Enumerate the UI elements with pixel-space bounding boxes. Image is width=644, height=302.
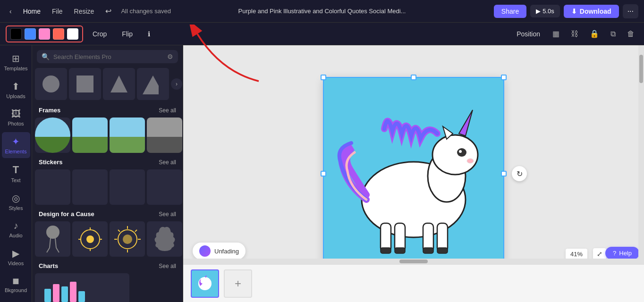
filter-icon[interactable]: ⚙	[167, 53, 173, 60]
color-swatch-blue[interactable]	[25, 28, 36, 40]
chart-thumb-1[interactable]	[35, 273, 129, 302]
animation-badge[interactable]: Unfading	[193, 243, 246, 260]
stickers-see-all[interactable]: See all	[159, 159, 176, 166]
sidebar-item-background[interactable]: ◼ Bkground	[2, 272, 30, 297]
photos-icon: 🖼	[11, 109, 21, 119]
design-cause-thumb-3[interactable]	[110, 221, 145, 257]
download-label: Download	[580, 8, 611, 15]
frame-thumb-1[interactable]	[35, 117, 70, 153]
animation-label: Unfading	[214, 248, 239, 255]
svg-rect-24	[53, 284, 59, 302]
elements-icon: ✦	[12, 136, 20, 147]
svg-point-41	[459, 150, 462, 153]
horizontal-scrollbar-thumb[interactable]	[399, 260, 428, 263]
svg-rect-29	[381, 223, 391, 252]
svg-rect-1	[76, 76, 93, 92]
link-button[interactable]: ⛓	[567, 28, 582, 40]
grid-icon: ▦	[552, 30, 559, 38]
charts-see-all[interactable]: See all	[159, 263, 176, 269]
stickers-section-header: Stickers See all	[32, 154, 183, 168]
play-icon: ▶	[536, 8, 541, 15]
handle-top-right[interactable]	[501, 75, 507, 80]
sidebar-item-videos[interactable]: ▶ Videos	[2, 244, 30, 270]
shape-partial-thumb[interactable]	[137, 68, 169, 100]
design-cause-thumb-2[interactable]	[72, 221, 108, 257]
handle-top-middle[interactable]	[411, 75, 416, 80]
sidebar-item-styles[interactable]: ◎ Styles	[2, 189, 30, 215]
stickers-row: ›	[32, 168, 183, 206]
videos-icon: ▶	[12, 248, 19, 259]
top-navigation: ‹ Home File Resize ↩ All changes saved P…	[0, 0, 644, 23]
svg-line-7	[47, 248, 50, 252]
shape-triangle-thumb[interactable]	[103, 68, 135, 100]
undo-button[interactable]: ↩	[102, 5, 115, 17]
sidebar-item-text[interactable]: T Text	[2, 160, 30, 187]
grid-button[interactable]: ▦	[549, 27, 563, 40]
lock-icon: 🔒	[590, 30, 599, 38]
sticker-thumb-1[interactable]	[35, 169, 70, 205]
zoom-level[interactable]: 41%	[566, 249, 587, 260]
position-button[interactable]: Position	[512, 28, 545, 40]
handle-right-middle[interactable]	[501, 171, 507, 176]
sidebar-item-photos[interactable]: 🖼 Photos	[2, 105, 30, 130]
add-page-button[interactable]: +	[224, 269, 252, 298]
svg-line-6	[55, 238, 56, 248]
color-swatch-pink[interactable]	[39, 28, 50, 40]
search-input[interactable]	[53, 53, 163, 60]
more-options-button[interactable]: ···	[623, 4, 638, 18]
color-swatch-red[interactable]	[53, 28, 64, 40]
background-icon: ◼	[12, 276, 19, 286]
sidebar-item-elements[interactable]: ✦ Elements	[2, 132, 30, 158]
design-cause-thumb-1[interactable]	[35, 221, 70, 257]
design-cause-see-all[interactable]: See all	[159, 211, 176, 218]
duplicate-button[interactable]: ⧉	[607, 28, 619, 40]
sidebar-item-audio[interactable]: ♪ Audio	[2, 217, 30, 242]
audio-icon: ♪	[14, 220, 18, 231]
sticker-thumb-3[interactable]	[110, 169, 145, 205]
download-button[interactable]: ⬇ Download	[564, 5, 619, 18]
file-button[interactable]: File	[48, 6, 67, 17]
styles-icon: ◎	[12, 193, 20, 204]
frame-thumb-4[interactable]	[147, 117, 182, 153]
sidebar-item-templates[interactable]: ⊞ Templates	[2, 49, 30, 75]
design-cause-thumb-4[interactable]	[147, 221, 182, 257]
frame-thumb-3[interactable]	[110, 117, 145, 153]
resize-button[interactable]: Resize	[70, 6, 98, 17]
preview-button[interactable]: ▶ 5.0s	[530, 5, 560, 17]
canvas-rotate-button[interactable]: ↻	[512, 166, 527, 181]
delete-button[interactable]: 🗑	[623, 28, 638, 40]
help-button[interactable]: ? Help	[605, 247, 639, 260]
document-title: Purple and Pink Illustrative and Colorfu…	[238, 8, 406, 15]
shape-square-thumb[interactable]	[69, 68, 101, 100]
color-swatch-black[interactable]	[10, 28, 22, 40]
frames-see-all[interactable]: See all	[159, 107, 176, 114]
handle-top-left[interactable]	[321, 75, 326, 80]
canvas-card-container: ↻	[324, 78, 503, 269]
filmstrip-page-1[interactable]	[191, 269, 219, 298]
sticker-thumb-2[interactable]	[72, 169, 108, 205]
handle-left-middle[interactable]	[321, 171, 326, 176]
canvas-card[interactable]: ↻	[324, 78, 503, 269]
sidebar-item-uploads[interactable]: ⬆ Uploads	[2, 77, 30, 103]
elements-panel: 🔍 ⚙ › Frames See all	[32, 45, 183, 302]
flip-button[interactable]: Flip	[116, 28, 138, 40]
templates-icon: ⊞	[12, 53, 20, 64]
crop-button[interactable]: Crop	[87, 28, 112, 40]
svg-marker-39	[459, 110, 473, 136]
svg-line-21	[135, 230, 137, 232]
color-swatch-white[interactable]	[67, 28, 78, 40]
shapes-next-button[interactable]: ›	[171, 78, 182, 90]
horizontal-scrollbar[interactable]	[183, 259, 644, 264]
question-icon: ?	[613, 250, 616, 257]
fullscreen-button[interactable]: ⤢	[593, 248, 606, 260]
sticker-thumb-4[interactable]	[147, 169, 182, 205]
home-button[interactable]: Home	[19, 6, 44, 17]
share-button[interactable]: Share	[494, 5, 526, 18]
frame-thumb-2[interactable]	[72, 117, 108, 153]
back-button[interactable]: ‹	[6, 6, 16, 17]
scrollbar-thumb[interactable]	[639, 55, 643, 83]
lock-button[interactable]: 🔒	[586, 27, 603, 40]
shape-circle-thumb[interactable]	[35, 68, 67, 100]
info-button[interactable]: ℹ	[142, 28, 156, 40]
preview-duration: 5.0s	[542, 8, 554, 15]
